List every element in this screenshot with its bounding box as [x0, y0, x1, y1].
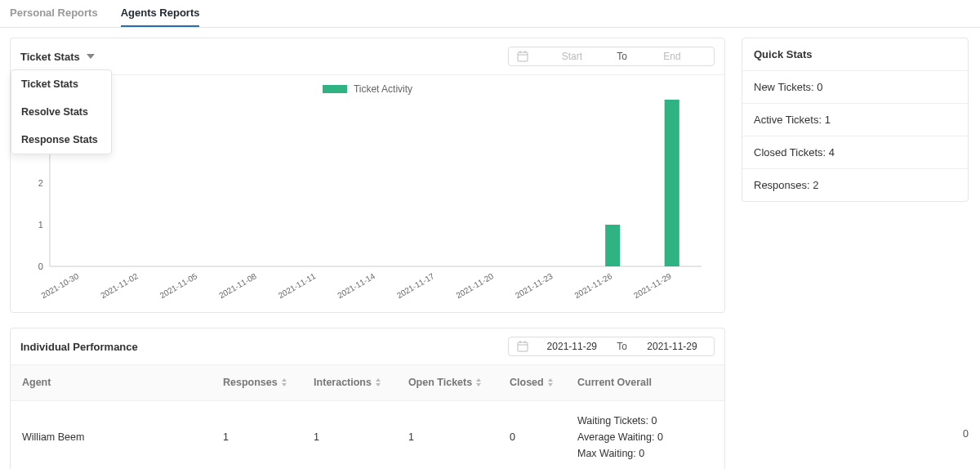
dropdown-option-response-stats[interactable]: Response Stats — [11, 126, 111, 154]
perf-date-start-input[interactable] — [533, 341, 610, 352]
sort-icon — [375, 377, 381, 389]
cell-closed: 0 — [501, 400, 569, 469]
calendar-icon — [517, 341, 528, 352]
sort-icon — [281, 377, 287, 389]
chart-date-range[interactable]: To — [508, 47, 715, 66]
individual-performance-title: Individual Performance — [20, 341, 138, 353]
chevron-down-icon — [87, 52, 95, 60]
dropdown-option-resolve-stats[interactable]: Resolve Stats — [11, 98, 111, 126]
col-overall: Current Overall — [569, 365, 724, 401]
svg-text:2021-11-14: 2021-11-14 — [336, 271, 376, 300]
svg-text:2021-11-17: 2021-11-17 — [395, 271, 436, 300]
col-open[interactable]: Open Tickets — [400, 365, 501, 401]
svg-text:2021-11-23: 2021-11-23 — [514, 271, 555, 300]
svg-text:2021-11-05: 2021-11-05 — [158, 271, 199, 300]
svg-text:1: 1 — [38, 220, 43, 230]
svg-rect-0 — [518, 52, 528, 61]
stats-dropdown-menu: Ticket Stats Resolve Stats Response Stat… — [11, 69, 112, 154]
col-agent[interactable]: Agent — [11, 365, 215, 401]
svg-text:2021-11-29: 2021-11-29 — [632, 271, 673, 300]
chart-date-start-input[interactable] — [533, 51, 610, 62]
perf-date-range[interactable]: To — [508, 337, 715, 356]
col-closed[interactable]: Closed — [501, 365, 569, 401]
chart-date-end-input[interactable] — [634, 51, 710, 62]
perf-date-to-label: To — [610, 341, 634, 352]
dropdown-option-ticket-stats[interactable]: Ticket Stats — [11, 70, 111, 98]
legend-label: Ticket Activity — [354, 83, 412, 95]
cell-responses: 1 — [215, 400, 305, 469]
svg-text:2021-10-30: 2021-10-30 — [40, 271, 81, 300]
sort-icon — [475, 377, 482, 389]
table-row[interactable]: William Beem 1 1 1 0 Waiting Tickets: 0 … — [11, 400, 724, 469]
tab-personal-reports[interactable]: Personal Reports — [10, 0, 98, 27]
tab-agents-reports[interactable]: Agents Reports — [121, 0, 200, 27]
cell-agent: William Beem — [11, 400, 215, 469]
ticket-stats-card: Ticket Stats Ticket Stats Resolve Stats … — [10, 38, 725, 313]
report-tabs: Personal Reports Agents Reports — [0, 0, 980, 28]
calendar-icon — [517, 51, 528, 62]
quick-stats-card: Quick Stats New Tickets: 0 Active Ticket… — [742, 38, 969, 202]
stat-closed-tickets: Closed Tickets: 4 — [742, 136, 968, 169]
stat-responses: Responses: 2 — [742, 169, 968, 201]
legend-swatch — [323, 85, 347, 93]
stats-dropdown-toggle[interactable]: Ticket Stats Ticket Stats Resolve Stats … — [20, 51, 95, 63]
individual-performance-card: Individual Performance To Agent Response… — [10, 328, 725, 469]
cell-overall: Waiting Tickets: 0 Average Waiting: 0 Ma… — [569, 400, 724, 469]
stat-active-tickets: Active Tickets: 1 — [742, 104, 968, 136]
sort-icon — [547, 377, 554, 389]
svg-rect-17 — [665, 100, 679, 266]
col-interactions[interactable]: Interactions — [305, 365, 400, 401]
svg-rect-19 — [518, 342, 528, 351]
svg-text:2021-11-26: 2021-11-26 — [573, 271, 614, 300]
svg-text:2021-11-11: 2021-11-11 — [277, 271, 318, 300]
scroll-counter: 0 — [963, 428, 969, 440]
quick-stats-title: Quick Stats — [742, 38, 968, 71]
stat-new-tickets: New Tickets: 0 — [742, 71, 968, 104]
perf-date-end-input[interactable] — [634, 341, 710, 352]
chart-date-to-label: To — [610, 51, 634, 62]
svg-text:2: 2 — [38, 178, 43, 188]
stats-dropdown-label: Ticket Stats — [20, 51, 80, 63]
cell-interactions: 1 — [305, 400, 400, 469]
svg-text:2021-11-20: 2021-11-20 — [454, 271, 495, 300]
svg-rect-15 — [605, 225, 620, 266]
col-responses[interactable]: Responses — [215, 365, 305, 401]
ticket-activity-chart: Ticket Activity 0122021-10-302021-11-022… — [11, 75, 724, 312]
svg-text:2021-11-02: 2021-11-02 — [99, 271, 140, 300]
svg-text:2021-11-08: 2021-11-08 — [217, 271, 258, 300]
svg-text:0: 0 — [38, 261, 43, 271]
performance-table: Agent Responses Interactions Open Ticket… — [11, 364, 724, 469]
cell-open: 1 — [400, 400, 501, 469]
